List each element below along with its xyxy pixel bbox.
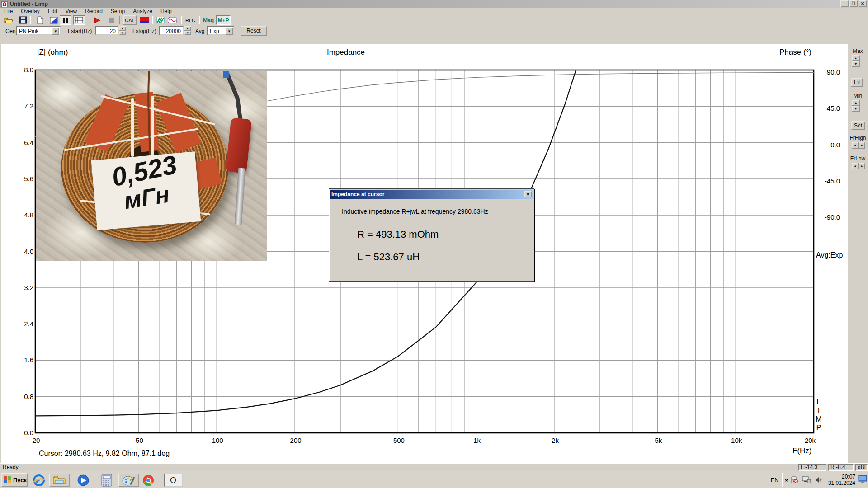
phase-tick: 0.0 xyxy=(817,141,840,149)
level-right-cell: R:-8.4 xyxy=(828,464,854,471)
menu-item-setup[interactable]: Setup xyxy=(107,8,129,14)
show-desktop-icon[interactable] xyxy=(858,475,867,485)
windows-logo-icon xyxy=(4,476,12,483)
media-player-icon[interactable] xyxy=(76,474,90,487)
fit-button[interactable]: Fit xyxy=(851,78,863,87)
toolbar-separator xyxy=(199,16,200,24)
internet-explorer-icon[interactable]: e xyxy=(32,474,46,487)
restore-button[interactable]: ❐ xyxy=(849,0,858,7)
fstop-spinner[interactable]: ▲▼ xyxy=(184,26,191,35)
minimize-button[interactable]: _ xyxy=(840,0,849,7)
freq-tick: 2k xyxy=(545,436,565,444)
spectrum-button[interactable] xyxy=(155,15,166,25)
start-button[interactable]: Пуск xyxy=(1,473,28,487)
toolbar-separator xyxy=(181,16,182,24)
start-record-button[interactable] xyxy=(91,15,103,25)
z-tick: 4.0 xyxy=(14,248,33,255)
toolbar-separator xyxy=(119,16,120,24)
menu-item-file[interactable]: File xyxy=(0,8,17,14)
copy-page-button[interactable] xyxy=(34,15,46,25)
impedance-at-cursor-dialog: Impedance at cursor ✕ Inductive impedanc… xyxy=(329,188,534,282)
level-left-cell: L:-14.3 xyxy=(798,464,826,471)
speaker-icon[interactable] xyxy=(815,476,824,483)
dialog-description: Inductive impedance R+jwL at frequency 2… xyxy=(342,208,488,215)
phase-tick: 90.0 xyxy=(817,68,840,76)
generator-type-select[interactable]: PN Pink ▼ xyxy=(16,26,61,35)
freq-tick: 50 xyxy=(129,436,149,444)
menu-bar: FileOverlayEditViewRecordSetupAnalyzeHel… xyxy=(0,8,868,14)
z-tick: 4.8 xyxy=(14,211,33,219)
taskbar: Пуск e Ω EN « xyxy=(0,471,868,488)
coil-value-label: 0,523 мГн xyxy=(91,151,201,230)
max-label: Max xyxy=(848,48,868,54)
set-button[interactable]: Set xyxy=(851,121,865,130)
freq-tick: 200 xyxy=(286,436,306,444)
action-center-flag-icon[interactable] xyxy=(790,476,798,484)
freq-tick: 1k xyxy=(467,436,487,444)
dialog-close-button[interactable]: ✕ xyxy=(524,191,532,197)
calculator-icon[interactable] xyxy=(99,474,114,487)
mag-phase-view-button[interactable]: M+P xyxy=(216,15,231,25)
chevron-down-icon[interactable]: ▼ xyxy=(226,28,233,35)
fstop-input[interactable]: 20000 xyxy=(159,26,184,35)
paint-icon[interactable] xyxy=(118,474,139,487)
background-color-toggle[interactable] xyxy=(48,15,60,25)
freq-tick: 20k xyxy=(800,436,820,444)
z-tick: 5.6 xyxy=(14,175,33,183)
chrome-icon[interactable] xyxy=(141,474,156,487)
file-explorer-icon[interactable] xyxy=(49,474,70,487)
frhigh-label: FrHigh xyxy=(848,135,868,141)
menu-item-help[interactable]: Help xyxy=(156,8,176,14)
generator-toolbar: Gen PN Pink ▼ Fstart(Hz) 20 ▲▼ Fstop(Hz)… xyxy=(0,25,868,37)
min-spinner[interactable]: ▲▼ xyxy=(852,100,860,112)
chart-title: Impedance xyxy=(271,48,420,57)
fstart-input[interactable]: 20 xyxy=(95,26,118,35)
z-tick: 6.4 xyxy=(14,139,33,146)
open-file-button[interactable] xyxy=(3,15,14,25)
menu-item-record[interactable]: Record xyxy=(81,8,107,14)
cal-button[interactable]: CAL xyxy=(123,15,137,25)
colors-button[interactable] xyxy=(138,15,150,25)
z-tick: 0.0 xyxy=(14,429,33,436)
frhigh-arrows[interactable]: ◄► xyxy=(852,142,865,149)
language-indicator[interactable]: EN xyxy=(771,477,779,483)
taskbar-clock[interactable]: 20:07 31.01.2024 xyxy=(828,474,855,486)
pause-button[interactable] xyxy=(60,15,71,25)
stop-record-button[interactable] xyxy=(106,15,118,25)
phase-tick: 45.0 xyxy=(817,104,840,112)
fstart-spinner[interactable]: ▲▼ xyxy=(119,26,126,35)
freq-tick: 500 xyxy=(389,436,409,444)
min-label: Min xyxy=(848,93,868,99)
tray-separator xyxy=(782,473,783,487)
menu-item-edit[interactable]: Edit xyxy=(44,8,61,14)
avg-indicator: Avg:Exp xyxy=(816,251,843,259)
network-icon[interactable] xyxy=(802,476,811,483)
z-axis-title: |Z| (ohm) xyxy=(37,48,68,57)
max-spinner[interactable]: ▲▼ xyxy=(852,55,860,67)
phase-tick: -90.0 xyxy=(817,213,840,221)
signal-generator-button[interactable] xyxy=(166,15,178,25)
menu-item-view[interactable]: View xyxy=(61,8,81,14)
hidden-icons-chevron[interactable]: « xyxy=(783,478,790,481)
save-button[interactable] xyxy=(17,15,29,25)
avg-select[interactable]: Exp ▼ xyxy=(207,26,234,35)
freq-tick: 100 xyxy=(208,436,227,444)
phase-axis-title: Phase (°) xyxy=(748,48,811,57)
limp-app-taskbar-button[interactable]: Ω xyxy=(164,474,183,487)
fstart-label: Fstart(Hz) xyxy=(68,28,92,34)
magnitude-view-button[interactable]: Mag xyxy=(202,15,215,25)
limp-watermark: L I M P xyxy=(815,398,822,432)
rlc-button[interactable]: RLC xyxy=(184,15,197,25)
freq-tick: 20 xyxy=(26,436,46,444)
title-bar: Ω Untitled - Limp _ ❐ ✕ xyxy=(0,0,868,8)
close-button[interactable]: ✕ xyxy=(859,0,867,7)
freq-tick: 5k xyxy=(648,436,668,444)
menu-item-overlay[interactable]: Overlay xyxy=(17,8,43,14)
menu-item-analyze[interactable]: Analyze xyxy=(129,8,156,14)
dialog-title-bar[interactable]: Impedance at cursor ✕ xyxy=(330,190,533,199)
chevron-down-icon[interactable]: ▼ xyxy=(52,28,59,35)
app-omega-icon: Ω xyxy=(1,1,8,7)
table-view-button[interactable] xyxy=(73,15,85,25)
reset-button[interactable]: Reset xyxy=(241,26,267,36)
frlow-arrows[interactable]: ◄► xyxy=(852,163,865,169)
